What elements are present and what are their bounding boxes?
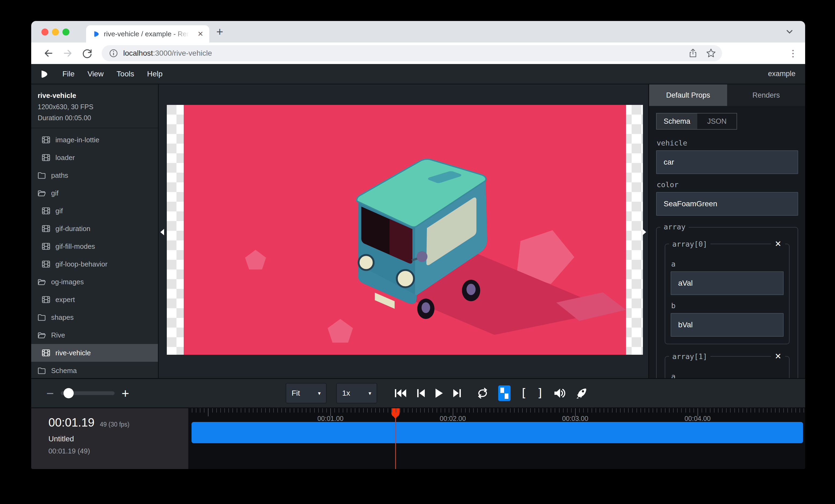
timeline-ruler-area[interactable]: 00:01.0000:02.0000:03.0000:04.00 [188, 408, 805, 469]
new-tab-button[interactable]: + [216, 24, 223, 40]
ruler-tick [787, 408, 788, 413]
field-label-a: a [671, 372, 783, 378]
folder-icon [37, 313, 46, 322]
sidebar-item-shapes[interactable]: shapes [31, 309, 158, 326]
schema-json-toggle: Schema JSON [656, 113, 737, 130]
ruler-tick [718, 408, 718, 413]
ruler-tick [502, 408, 502, 413]
field-label-a: a [671, 260, 783, 268]
sidebar-item-gif-duration[interactable]: gif-duration [31, 220, 158, 237]
ruler-tick [628, 408, 629, 413]
sidebar-item-expert[interactable]: expert [31, 291, 158, 309]
zoom-in-button[interactable]: + [122, 386, 129, 401]
sidebar-item-loader[interactable]: loader [31, 149, 158, 167]
sidebar-item-rive-vehicle[interactable]: rive-vehicle [31, 344, 158, 362]
minimize-window-button[interactable] [52, 28, 59, 36]
ruler-tick [526, 408, 527, 413]
set-out-point-button[interactable]: ] [537, 387, 544, 399]
speed-select[interactable]: 1x ▾ [336, 383, 377, 403]
ruler-tick [436, 408, 437, 413]
loop-toggle-icon[interactable] [477, 388, 489, 399]
vehicle-input[interactable] [656, 150, 798, 174]
ruler-tick [710, 408, 710, 413]
track-name: Untitled [48, 435, 182, 443]
ruler-tick [799, 408, 800, 413]
folder-open-icon [37, 331, 46, 340]
rocket-icon[interactable] [575, 387, 587, 399]
toggle-schema[interactable]: Schema [657, 113, 697, 129]
menu-help[interactable]: Help [141, 70, 169, 78]
maximize-window-button[interactable] [62, 28, 69, 36]
reload-icon[interactable] [81, 47, 93, 59]
previous-frame-button[interactable] [416, 388, 426, 398]
play-button[interactable] [435, 388, 443, 398]
zoom-slider[interactable] [61, 391, 115, 395]
address-bar[interactable]: localhost:3000/rive-vehicle [102, 45, 722, 61]
ruler-tick [253, 408, 253, 413]
ruler-tick [379, 408, 380, 413]
toggle-json[interactable]: JSON [697, 113, 736, 129]
ruler-tick [701, 408, 702, 413]
ruler-tick [261, 408, 262, 413]
color-input[interactable] [656, 192, 798, 216]
tab-search-chevron-icon[interactable] [785, 27, 794, 38]
array-0-b-input[interactable] [671, 313, 783, 337]
ruler-tick [543, 408, 543, 413]
collapse-sidebar-arrow-icon[interactable] [159, 228, 165, 236]
ruler-tick [693, 408, 694, 413]
close-window-button[interactable] [41, 28, 48, 36]
back-icon[interactable] [42, 47, 54, 59]
remove-array-item-0-icon[interactable]: ✕ [771, 239, 785, 249]
project-resolution: 1200x630, 30 FPS [38, 103, 151, 111]
transparency-checker-toggle[interactable] [498, 385, 511, 401]
volume-icon[interactable] [553, 388, 566, 399]
fit-select[interactable]: Fit ▾ [286, 383, 327, 403]
preview-area [159, 84, 648, 378]
ruler-tick [538, 408, 539, 413]
sidebar-item-og-images[interactable]: og-images [31, 273, 158, 291]
sidebar-item-gif[interactable]: gif [31, 202, 158, 220]
tab-renders[interactable]: Renders [727, 84, 805, 106]
share-icon[interactable] [688, 48, 698, 59]
sidebar-item-gif[interactable]: gif [31, 184, 158, 202]
ruler-tick [571, 408, 572, 413]
menu-view[interactable]: View [81, 70, 110, 78]
next-frame-button[interactable] [452, 388, 462, 398]
sidebar-item-Schema[interactable]: Schema [31, 362, 158, 378]
ruler-tick [208, 408, 208, 416]
ruler-tick [281, 408, 282, 413]
ruler-tick [506, 408, 506, 413]
skip-to-start-button[interactable] [394, 388, 407, 398]
zoom-out-button[interactable]: − [46, 386, 54, 401]
remove-array-item-1-icon[interactable]: ✕ [771, 352, 785, 361]
sidebar-item-label: image-in-lottie [56, 136, 99, 144]
forward-icon[interactable] [62, 47, 74, 59]
sidebar-item-label: gif [56, 207, 63, 215]
ruler-tick [686, 408, 686, 413]
ruler-tick [759, 408, 759, 413]
ruler-tick [326, 408, 327, 413]
tab-default-props[interactable]: Default Props [649, 84, 727, 106]
field-label-b: b [671, 301, 783, 310]
site-info-icon[interactable] [108, 48, 119, 59]
sidebar-item-paths[interactable]: paths [31, 167, 158, 184]
timeline-track[interactable] [191, 422, 803, 443]
collapse-panel-arrow-icon[interactable] [641, 228, 647, 236]
tab-close-icon[interactable]: ✕ [196, 30, 204, 38]
sidebar-item-gif-fill-modes[interactable]: gif-fill-modes [31, 237, 158, 255]
chevron-down-icon: ▾ [369, 390, 371, 396]
ruler-tick [551, 408, 551, 413]
ruler-tick [681, 408, 682, 413]
sidebar-item-image-in-lottie[interactable]: image-in-lottie [31, 131, 158, 149]
browser-tab[interactable]: rive-vehicle / example - Remoti ✕ [86, 25, 209, 42]
browser-menu-icon[interactable]: ⋮ [780, 48, 798, 59]
zoom-slider-thumb[interactable] [63, 388, 74, 398]
array-0-a-input[interactable] [671, 271, 783, 295]
ruler-tick [604, 408, 604, 413]
menu-file[interactable]: File [56, 70, 81, 78]
sidebar-item-gif-loop-behavior[interactable]: gif-loop-behavior [31, 255, 158, 273]
bookmark-star-icon[interactable] [705, 48, 717, 59]
set-in-point-button[interactable]: [ [520, 387, 527, 399]
sidebar-item-Rive[interactable]: Rive [31, 326, 158, 344]
menu-tools[interactable]: Tools [110, 70, 140, 78]
